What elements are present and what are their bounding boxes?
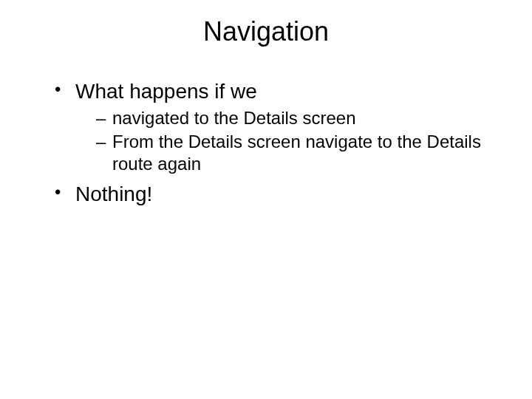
bullet-item: Nothing!	[55, 181, 495, 207]
sub-bullet-item: navigated to the Details screen	[96, 107, 495, 129]
slide: Navigation What happens if we navigated …	[0, 0, 532, 399]
sub-bullet-item: From the Details screen navigate to the …	[96, 131, 495, 175]
sublist: navigated to the Details screen From the…	[55, 107, 495, 175]
bullet-item: What happens if we	[55, 78, 495, 104]
slide-title: Navigation	[37, 16, 495, 47]
slide-content: What happens if we navigated to the Deta…	[37, 78, 495, 207]
